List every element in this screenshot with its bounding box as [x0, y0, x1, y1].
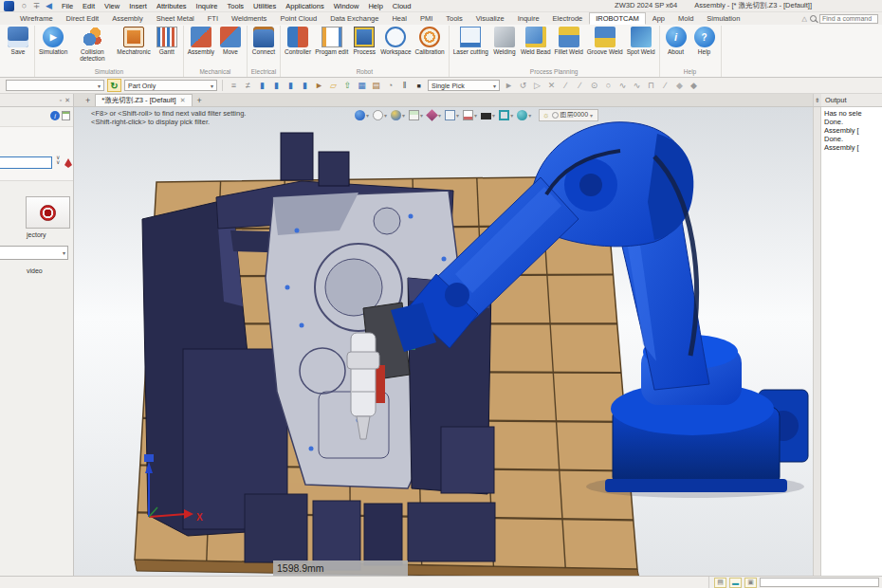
pick-circle-icon[interactable]: [588, 80, 600, 92]
ribbon-tab[interactable]: Point Cloud: [273, 12, 323, 25]
add-tab-icon[interactable]: +: [195, 94, 204, 106]
folder-icon[interactable]: [327, 80, 340, 92]
dropdown-caret-icon[interactable]: ▾: [492, 112, 495, 119]
ribbon-tab[interactable]: Weldments: [225, 12, 273, 25]
ribbon-tab[interactable]: Heal: [385, 12, 413, 25]
pick-spline-icon[interactable]: [631, 80, 643, 92]
ribbon-button[interactable]: Fillet Weld: [553, 26, 585, 56]
trajectory-select[interactable]: ▾: [0, 246, 68, 260]
panel-close-icon[interactable]: ✕: [64, 97, 70, 104]
menu-item[interactable]: Insert: [124, 2, 152, 10]
output-pin-icon[interactable]: ⇟: [813, 94, 821, 106]
clock-icon[interactable]: [384, 80, 396, 92]
menu-item[interactable]: Window: [329, 2, 364, 10]
ribbon-tab[interactable]: Mold: [671, 12, 700, 25]
panel-splitter[interactable]: [813, 107, 821, 576]
ribbon-button[interactable]: Workspace: [378, 26, 413, 56]
ribbon-button[interactable]: Groove Weld: [585, 26, 625, 56]
menu-item[interactable]: Utilities: [248, 2, 281, 10]
dropdown-caret-icon[interactable]: ▾: [402, 112, 405, 119]
ribbon-button[interactable]: Help: [690, 26, 719, 56]
document-icon[interactable]: [62, 111, 70, 120]
viewport-3d-scene[interactable]: X: [74, 107, 813, 576]
regen-button[interactable]: [107, 79, 121, 92]
ribbon-button[interactable]: Laser cutting: [451, 26, 490, 56]
render-mode-icon[interactable]: [391, 110, 401, 120]
ribbon-button[interactable]: Collision detection: [69, 26, 115, 64]
pick-cross-icon[interactable]: [545, 80, 558, 92]
ribbon-tab[interactable]: App: [646, 12, 671, 25]
menu-item[interactable]: Edit: [78, 2, 100, 10]
pin-small-icon[interactable]: [30, 0, 43, 12]
ribbon-tab[interactable]: Tools: [439, 12, 469, 25]
expand-chevrons-icon[interactable]: ∨∨: [56, 156, 60, 165]
zoom-window-icon[interactable]: [445, 110, 455, 120]
view-standard-icon[interactable]: [373, 110, 383, 120]
ribbon-tab[interactable]: PMI: [413, 12, 439, 25]
bookmark-icon[interactable]: [270, 80, 283, 92]
ribbon-button[interactable]: Save: [4, 26, 32, 56]
ribbon-tab[interactable]: Inquire: [511, 12, 546, 25]
record-button[interactable]: [26, 196, 70, 229]
window-icon[interactable]: [744, 578, 757, 588]
stop-icon[interactable]: [413, 80, 425, 92]
circle-icon[interactable]: [18, 0, 30, 12]
pick-line2-icon[interactable]: [574, 80, 586, 92]
ribbon-button[interactable]: Calibration: [413, 26, 447, 56]
pick-plane-icon[interactable]: [645, 80, 657, 92]
background-icon[interactable]: [409, 110, 419, 120]
pick-mode-select[interactable]: Single Pick▾: [428, 80, 500, 91]
menu-item[interactable]: Help: [363, 2, 387, 10]
find-command-input[interactable]: [819, 14, 878, 24]
view-orientation-icon[interactable]: [355, 110, 365, 120]
wireframe-box-icon[interactable]: [499, 110, 509, 120]
view-config-off-icon[interactable]: [242, 80, 254, 92]
menu-item[interactable]: Cloud: [388, 2, 416, 10]
export-icon[interactable]: [341, 80, 354, 92]
pick-shape-icon[interactable]: [688, 80, 700, 92]
panel-pin-icon[interactable]: ▫: [60, 97, 62, 103]
pick-circle2-icon[interactable]: [602, 80, 615, 92]
ribbon-button[interactable]: Assembly: [186, 26, 216, 56]
dropdown-caret-icon[interactable]: ▾: [510, 112, 513, 119]
display-dark-icon[interactable]: [481, 113, 491, 119]
ribbon-tab[interactable]: Assembly: [105, 12, 150, 25]
pick-slash-icon[interactable]: [659, 80, 671, 92]
dropdown-caret-icon[interactable]: ▾: [528, 112, 531, 119]
clip-plane-icon[interactable]: [463, 110, 473, 120]
pick-line-icon[interactable]: [560, 80, 572, 92]
shaded-sphere-icon[interactable]: [517, 110, 527, 120]
ribbon-tab[interactable]: Simulation: [700, 12, 746, 25]
ribbon-button[interactable]: Controller: [283, 26, 313, 56]
ribbon-tab[interactable]: Visualize: [469, 12, 511, 25]
ribbon-tab[interactable]: Wireframe: [13, 12, 60, 25]
ribbon-tab[interactable]: Electrode: [546, 12, 590, 25]
dropdown-caret-icon[interactable]: ▾: [456, 112, 459, 119]
screen-icon[interactable]: [729, 578, 742, 588]
dropdown-caret-icon[interactable]: ▾: [474, 112, 477, 119]
pick-redo-icon[interactable]: [517, 80, 529, 92]
gallery-icon[interactable]: [370, 80, 382, 92]
ribbon-button[interactable]: Process: [350, 26, 378, 56]
pick-previous-icon[interactable]: [503, 80, 515, 92]
dropdown-caret-icon[interactable]: ▾: [438, 112, 441, 119]
pause-icon[interactable]: [398, 80, 411, 92]
dropdown-caret-icon[interactable]: ▾: [420, 112, 423, 119]
ribbon-tab[interactable]: Direct Edit: [60, 12, 106, 25]
pick-curve-icon[interactable]: [616, 80, 629, 92]
pick-face-icon[interactable]: [673, 80, 686, 92]
panel-entry-field[interactable]: [0, 156, 52, 169]
layer-indicator[interactable]: 图层0000 ▾: [539, 109, 598, 121]
tab-close-icon[interactable]: ✕: [180, 97, 186, 104]
ribbon-button[interactable]: About: [662, 26, 690, 56]
ribbon-tab[interactable]: Data Exchange: [323, 12, 385, 25]
bookmark-icon[interactable]: [256, 80, 268, 92]
display-filter-select[interactable]: Part Only▾: [124, 80, 217, 91]
ribbon-button[interactable]: Spot Weld: [625, 26, 657, 56]
ribbon-button[interactable]: Connect: [249, 26, 278, 56]
pick-play-icon[interactable]: [531, 80, 543, 92]
menu-item[interactable]: View: [100, 2, 124, 10]
app-logo-icon[interactable]: [4, 1, 14, 11]
ribbon-tab[interactable]: Sheet Metal: [150, 12, 201, 25]
notification-icon[interactable]: △: [802, 15, 807, 23]
